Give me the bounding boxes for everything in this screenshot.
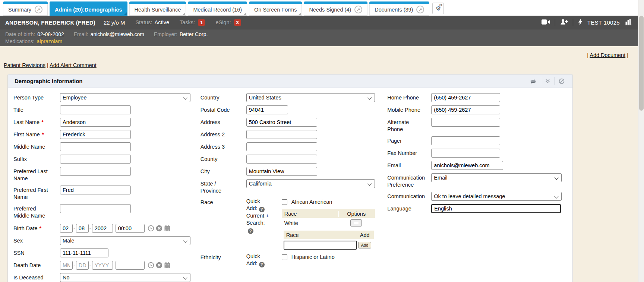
tab-health-surveillance[interactable]: Health Surveillance bbox=[129, 1, 186, 16]
last-name-input[interactable] bbox=[60, 118, 131, 127]
vertical-scrollbar[interactable] bbox=[638, 0, 644, 282]
book-icon[interactable] bbox=[525, 78, 541, 84]
first-name-input[interactable] bbox=[60, 130, 131, 139]
state-select[interactable]: California bbox=[246, 179, 375, 188]
race-search-input[interactable] bbox=[284, 241, 357, 250]
dob-label: Date of birth: bbox=[5, 31, 35, 38]
death-day-input[interactable] bbox=[76, 261, 89, 270]
field-postal-code: Postal Code bbox=[201, 105, 388, 114]
field-label: City bbox=[201, 167, 238, 175]
popout-icon[interactable]: ↗ bbox=[35, 6, 42, 13]
scrollbar-thumb[interactable] bbox=[639, 16, 644, 111]
field-email: Email bbox=[387, 161, 572, 170]
esign-badge[interactable]: 3 bbox=[234, 19, 241, 26]
address2-input[interactable] bbox=[246, 130, 317, 139]
collapse-chevrons-icon[interactable] bbox=[541, 79, 554, 83]
address-input[interactable] bbox=[246, 118, 317, 127]
help-icon[interactable]: ? bbox=[259, 207, 265, 212]
popout-icon[interactable]: ↗ bbox=[354, 6, 362, 13]
tab-documents[interactable]: Documents (39) ↗ bbox=[369, 1, 429, 16]
alternate-phone-input[interactable] bbox=[431, 118, 500, 127]
column-contact: Home Phone Mobile Phone Alternate Phone … bbox=[387, 93, 572, 282]
add-race-button[interactable]: Add bbox=[358, 242, 372, 248]
tab-needs-signed[interactable]: Needs Signed (4) ↗ bbox=[304, 1, 367, 16]
tasks-badge[interactable]: 1 bbox=[198, 19, 205, 26]
field-label: Email bbox=[387, 161, 424, 169]
clear-x-circle-icon[interactable] bbox=[156, 225, 162, 232]
birth-time-input[interactable] bbox=[116, 224, 145, 233]
field-sex: Sex Male bbox=[13, 236, 201, 245]
field-label: Communication Preference bbox=[387, 173, 424, 188]
clock-icon[interactable] bbox=[148, 262, 154, 269]
patient-revisions-link[interactable]: Patient Revisions bbox=[4, 62, 45, 68]
calendar-icon[interactable] bbox=[164, 225, 171, 232]
add-alert-comment-link[interactable]: Add Alert Comment bbox=[50, 62, 97, 68]
field-label: Language bbox=[387, 204, 424, 212]
communication-select[interactable]: Ok to leave detailed message bbox=[431, 192, 562, 201]
birth-year-input[interactable] bbox=[92, 224, 113, 233]
help-icon[interactable]: ? bbox=[259, 262, 265, 267]
panel-header: Demographic Information bbox=[8, 75, 572, 88]
birth-month-input[interactable] bbox=[60, 224, 73, 233]
current-search-label: Current + Search: bbox=[246, 213, 269, 226]
tab-medical-record[interactable]: Medical Record (16) bbox=[188, 1, 247, 16]
person-type-select[interactable]: Employee bbox=[60, 93, 190, 102]
status-label: Status: bbox=[135, 19, 152, 25]
selected-value: Employee bbox=[63, 95, 86, 101]
title-input[interactable] bbox=[60, 105, 131, 114]
language-input[interactable] bbox=[431, 204, 561, 213]
pager-input[interactable] bbox=[431, 136, 500, 145]
lightning-bolt-icon[interactable] bbox=[578, 19, 583, 26]
death-month-input[interactable] bbox=[60, 261, 73, 270]
checkbox-label: Hispanic or Latino bbox=[291, 254, 335, 260]
race-african-american-checkbox[interactable] bbox=[282, 199, 287, 205]
birth-day-input[interactable] bbox=[76, 224, 89, 233]
settings-gear-button[interactable]: ⚙ ⚙ bbox=[432, 3, 444, 14]
tab-label: Health Surveillance bbox=[135, 7, 181, 13]
postal-code-input[interactable] bbox=[246, 105, 288, 114]
middle-name-input[interactable] bbox=[60, 142, 131, 151]
county-input[interactable] bbox=[246, 155, 317, 164]
preferred-last-name-input[interactable] bbox=[60, 167, 131, 176]
add-document-link[interactable]: Add Document bbox=[590, 52, 625, 58]
popout-icon[interactable]: ↗ bbox=[416, 6, 424, 13]
help-icon[interactable]: ? bbox=[248, 228, 253, 234]
field-birth-date: Birth Date* - - bbox=[13, 224, 201, 233]
address3-input[interactable] bbox=[246, 142, 317, 151]
preferred-middle-name-input[interactable] bbox=[60, 204, 131, 213]
remove-race-button[interactable]: — bbox=[350, 219, 362, 226]
suffix-input[interactable] bbox=[60, 155, 131, 164]
tab-on-screen-forms[interactable]: On Screen Forms bbox=[249, 1, 302, 16]
field-title: Title bbox=[13, 105, 201, 114]
sex-select[interactable]: Male bbox=[60, 236, 190, 245]
fax-number-input[interactable] bbox=[431, 149, 500, 158]
tab-summary[interactable]: Summary ↗ bbox=[3, 1, 48, 16]
field-label: Address 3 bbox=[201, 142, 238, 150]
medications-value[interactable]: alprazolam bbox=[37, 38, 62, 45]
death-time-input[interactable] bbox=[116, 261, 145, 270]
is-deceased-select[interactable]: No bbox=[60, 273, 190, 282]
mobile-phone-input[interactable] bbox=[431, 105, 500, 114]
email-input[interactable] bbox=[431, 161, 503, 170]
ssn-input[interactable] bbox=[60, 248, 108, 257]
bar-chart-icon[interactable] bbox=[625, 19, 632, 26]
tab-bar: Summary ↗ Admin (20):Demographics Health… bbox=[0, 0, 638, 16]
video-camera-icon[interactable] bbox=[542, 19, 550, 26]
death-year-input[interactable] bbox=[92, 261, 113, 270]
ethnicity-hispanic-checkbox[interactable] bbox=[282, 254, 287, 260]
calendar-icon[interactable] bbox=[164, 262, 171, 269]
city-input[interactable] bbox=[246, 167, 317, 176]
selected-value: Male bbox=[63, 238, 74, 244]
country-select[interactable]: United States bbox=[246, 93, 375, 102]
tab-admin-demographics[interactable]: Admin (20):Demographics bbox=[50, 1, 127, 16]
home-phone-input[interactable] bbox=[431, 93, 500, 102]
clock-icon[interactable] bbox=[148, 225, 154, 232]
preferred-first-name-input[interactable] bbox=[60, 186, 131, 194]
clear-x-circle-icon[interactable] bbox=[156, 262, 162, 269]
communication-preference-select[interactable]: Email bbox=[431, 173, 562, 182]
add-person-icon[interactable] bbox=[560, 19, 568, 26]
column-identity: Person Type Employee Title Last Name* Fi… bbox=[13, 93, 201, 282]
disable-circle-slash-icon[interactable] bbox=[555, 78, 569, 84]
gear-icon-small: ⚙ bbox=[439, 3, 442, 7]
field-country: Country United States bbox=[201, 93, 388, 102]
